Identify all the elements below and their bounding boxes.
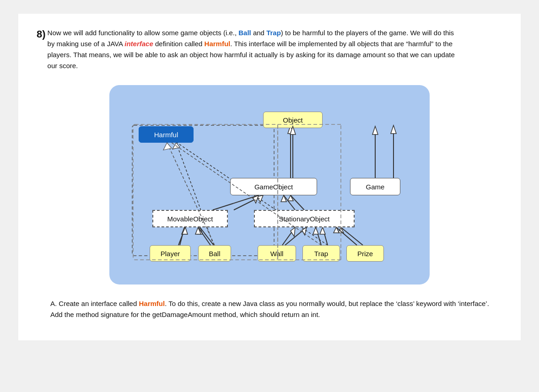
main-content: 8) Now we will add functionality to allo… <box>18 14 521 340</box>
player-label: Player <box>161 250 180 258</box>
diagram-inner: Harmful Object Game GameObject MovableOb… <box>126 98 413 272</box>
harmful-highlight: Harmful <box>205 40 231 48</box>
svg-marker-18 <box>338 227 344 233</box>
svg-line-17 <box>341 227 363 245</box>
svg-line-39 <box>282 227 295 245</box>
stationaryobject-box: StationaryObject <box>254 210 355 227</box>
wall-label: Wall <box>270 250 284 258</box>
svg-marker-6 <box>257 195 263 202</box>
subsection-a-harmful: Harmful <box>139 300 165 307</box>
trap-highlight: Trap <box>266 29 281 37</box>
gameobject-label: GameObject <box>254 183 293 191</box>
svg-line-11 <box>200 227 214 245</box>
ball-label: Ball <box>209 250 220 258</box>
svg-line-33 <box>284 195 295 210</box>
svg-marker-36 <box>182 227 188 234</box>
svg-line-5 <box>234 195 263 210</box>
svg-marker-20 <box>172 143 180 149</box>
svg-marker-46 <box>163 143 172 150</box>
ball-highlight: Ball <box>238 29 251 37</box>
game-box: Game <box>350 178 400 195</box>
svg-marker-44 <box>334 227 339 233</box>
and-text: and <box>251 29 266 37</box>
harmful-label: Harmful <box>154 131 178 139</box>
svg-marker-4 <box>391 125 396 134</box>
svg-marker-42 <box>313 227 318 234</box>
svg-marker-16 <box>320 227 325 234</box>
subsections: A. Create an interface called Harmful. T… <box>37 298 502 320</box>
svg-line-31 <box>213 195 259 210</box>
harmful-box: Harmful <box>139 126 194 143</box>
game-label: Game <box>366 183 385 191</box>
trap-box: Trap <box>302 245 340 262</box>
object-label: Object <box>283 116 302 124</box>
svg-marker-34 <box>281 195 286 202</box>
subsection-a: A. Create an interface called Harmful. T… <box>50 298 502 320</box>
subsection-a-label: A. <box>50 300 57 307</box>
svg-marker-8 <box>288 195 293 201</box>
svg-line-45 <box>167 143 215 245</box>
svg-marker-32 <box>253 195 259 203</box>
svg-marker-14 <box>302 227 307 235</box>
svg-marker-40 <box>291 227 295 236</box>
section-number: 8) <box>37 27 46 42</box>
rest2: definition called <box>153 40 205 48</box>
interface-highlight: interface <box>124 40 153 48</box>
diagram-outer: Harmful Object Game GameObject MovableOb… <box>109 85 430 285</box>
object-box: Object <box>263 112 323 128</box>
svg-line-7 <box>291 195 304 210</box>
trap-label: Trap <box>314 250 328 258</box>
svg-marker-10 <box>182 227 187 234</box>
movableobject-label: MovableObject <box>167 215 213 223</box>
player-box: Player <box>150 245 191 262</box>
subsection-a-text-start: Create an interface called <box>59 300 139 307</box>
wall-box: Wall <box>258 245 296 262</box>
svg-line-13 <box>285 227 307 245</box>
para-start: Now we will add functionality to allow s… <box>48 29 239 37</box>
stationaryobject-label: StationaryObject <box>279 215 330 223</box>
gameobject-box: GameObject <box>230 178 317 195</box>
svg-line-41 <box>316 227 321 245</box>
prize-label: Prize <box>357 250 373 258</box>
svg-line-15 <box>323 227 328 245</box>
svg-line-35 <box>178 227 185 245</box>
svg-line-19 <box>176 143 214 245</box>
svg-marker-38 <box>195 227 201 234</box>
ball-box: Ball <box>198 245 231 262</box>
svg-line-43 <box>336 227 357 245</box>
svg-line-37 <box>198 227 210 245</box>
svg-line-9 <box>180 227 184 245</box>
section-text: Now we will add functionality to allow s… <box>48 27 459 71</box>
section-header: 8) Now we will add functionality to allo… <box>37 27 502 71</box>
diagram-wrapper: Harmful Object Game GameObject MovableOb… <box>37 85 502 285</box>
movableobject-box: MovableObject <box>152 210 228 227</box>
prize-box: Prize <box>346 245 384 262</box>
svg-marker-30 <box>372 126 378 134</box>
svg-marker-12 <box>197 227 203 234</box>
